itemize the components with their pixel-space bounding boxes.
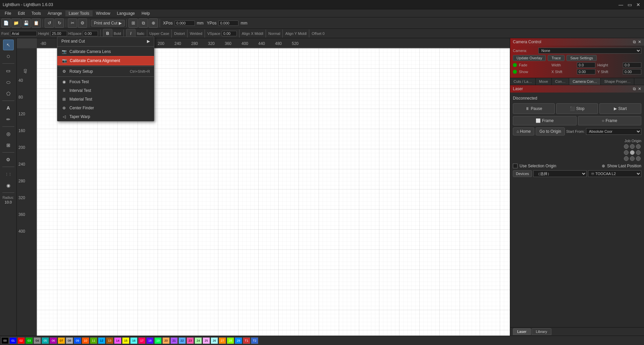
- align-button[interactable]: ⊞: [128, 18, 138, 28]
- select-tool[interactable]: ↖: [3, 40, 14, 50]
- laser-float-button[interactable]: ⧉: [633, 87, 636, 91]
- palette-color-07[interactable]: 07: [58, 337, 65, 344]
- palette-color-05[interactable]: 05: [42, 337, 49, 344]
- palette-color-21[interactable]: 21: [170, 337, 178, 344]
- palette-color-03[interactable]: 03: [25, 337, 33, 344]
- text-tool[interactable]: A: [3, 103, 14, 113]
- home-button[interactable]: ⌂ Home: [513, 127, 534, 135]
- palette-color-16[interactable]: 16: [130, 337, 138, 344]
- palette-color-17[interactable]: 17: [138, 337, 146, 344]
- bottom-tab-laser[interactable]: Laser: [513, 328, 531, 335]
- boolean-button[interactable]: ⊕: [149, 18, 158, 28]
- camera-close-button[interactable]: ✕: [638, 40, 641, 44]
- origin-dot-tr[interactable]: [636, 144, 641, 149]
- hspace-input[interactable]: [83, 31, 98, 36]
- menu-help[interactable]: Help: [138, 10, 153, 16]
- palette-color-14[interactable]: 14: [114, 337, 121, 344]
- height-input[interactable]: [50, 31, 67, 36]
- palette-color-12[interactable]: 12: [98, 337, 105, 344]
- focus-test-item[interactable]: ◉ Focus Test: [57, 77, 154, 86]
- palette-color-04[interactable]: 04: [34, 337, 41, 344]
- origin-dot-ml[interactable]: [624, 150, 629, 155]
- calibrate-camera-alignment-item[interactable]: 📷 Calibrate Camera Alignment: [57, 56, 154, 65]
- menu-laser-tools[interactable]: Laser Tools: [65, 10, 93, 16]
- palette-color-15[interactable]: 15: [122, 337, 129, 344]
- camera-select[interactable]: None: [538, 48, 641, 54]
- xpos-input[interactable]: [175, 20, 195, 26]
- interval-test-item[interactable]: ≡ Interval Test: [57, 86, 154, 95]
- palette-color-25[interactable]: 25: [203, 337, 210, 344]
- palette-color-22[interactable]: 22: [178, 337, 186, 344]
- minimize-button[interactable]: —: [618, 2, 624, 8]
- origin-dot-mr[interactable]: [636, 150, 641, 155]
- palette-color-06[interactable]: 06: [50, 337, 57, 344]
- cut-button[interactable]: ✂: [68, 18, 77, 28]
- tab-shape-proper[interactable]: Shape Proper…: [601, 78, 634, 85]
- tab-move[interactable]: Move: [536, 78, 552, 85]
- palette-color-11[interactable]: 11: [90, 337, 97, 344]
- device-select[interactable]: （选择）: [533, 170, 587, 177]
- origin-dot-br[interactable]: [636, 156, 641, 161]
- origin-dot-tc[interactable]: [630, 144, 635, 149]
- x-shift-input[interactable]: [577, 69, 595, 74]
- palette-color-29[interactable]: 29: [235, 337, 242, 344]
- bottom-tab-library[interactable]: Library: [532, 328, 552, 335]
- menu-arrange[interactable]: Arrange: [44, 10, 65, 16]
- tab-con[interactable]: Con…: [552, 78, 569, 85]
- origin-dot-bl[interactable]: [624, 156, 629, 161]
- rectangle-tool[interactable]: ▭: [3, 65, 14, 76]
- material-test-item[interactable]: ⊞ Material Test: [57, 95, 154, 104]
- font-input[interactable]: [10, 31, 37, 36]
- array-tool[interactable]: ⊞: [3, 140, 14, 151]
- menu-window[interactable]: Window: [93, 10, 114, 16]
- save-as-button[interactable]: 📋: [32, 18, 41, 28]
- palette-color-18[interactable]: 18: [146, 337, 154, 344]
- menu-tools[interactable]: Tools: [28, 10, 44, 16]
- redo-button[interactable]: ↻: [55, 18, 64, 28]
- palette-color-01[interactable]: 01: [9, 337, 17, 344]
- new-button[interactable]: 📄: [1, 18, 11, 28]
- origin-dot-bc[interactable]: [630, 156, 635, 161]
- trace-button[interactable]: Trace: [548, 55, 565, 61]
- origin-dot-mc[interactable]: [630, 150, 635, 155]
- palette-color-26[interactable]: 26: [211, 337, 218, 344]
- donut-tool[interactable]: ◉: [3, 180, 14, 191]
- pause-button[interactable]: ⏸ Pause: [513, 103, 555, 114]
- origin-dot-tl[interactable]: [624, 144, 629, 149]
- taper-warp-item[interactable]: ◁ Taper Warp: [57, 112, 154, 121]
- palette-color-00[interactable]: 00: [1, 337, 9, 344]
- maximize-button[interactable]: ▭: [627, 2, 633, 8]
- palette-color-09[interactable]: 09: [74, 337, 81, 344]
- device-name-select[interactable]: ♾ TOOCAA L2: [588, 170, 641, 177]
- palette-color-10[interactable]: 10: [82, 337, 89, 344]
- node-edit-tool[interactable]: ⬡: [3, 51, 14, 62]
- menu-language[interactable]: Language: [114, 10, 138, 16]
- grid-array-tool[interactable]: ⋮⋮: [3, 169, 14, 179]
- calibrate-camera-lens-item[interactable]: 📷 Calibrate Camera Lens: [57, 47, 154, 56]
- tab-cuts[interactable]: Cuts / La…: [510, 78, 536, 85]
- camera-float-button[interactable]: ⧉: [633, 40, 636, 44]
- circle-tool[interactable]: ◎: [3, 128, 14, 139]
- palette-color-24[interactable]: 24: [195, 337, 202, 344]
- y-shift-input[interactable]: [623, 69, 641, 74]
- palette-color-20[interactable]: 20: [162, 337, 170, 344]
- laser-close-button[interactable]: ✕: [638, 87, 641, 91]
- tab-camera-con[interactable]: Camera Con…: [569, 78, 601, 85]
- palette-color-27[interactable]: 27: [219, 337, 226, 344]
- pen-tool[interactable]: ✏: [3, 114, 14, 125]
- print-and-cut-button[interactable]: Print and Cut ▶: [91, 20, 125, 26]
- ellipse-tool[interactable]: ⬭: [3, 77, 14, 88]
- devices-button[interactable]: Devices: [513, 170, 532, 177]
- gear-tool[interactable]: ⚙: [3, 154, 14, 165]
- use-selection-origin-checkbox[interactable]: [513, 164, 518, 168]
- palette-color-08[interactable]: 08: [66, 337, 73, 344]
- close-button[interactable]: ✕: [635, 2, 641, 8]
- settings-button[interactable]: ⚙: [78, 18, 87, 28]
- height-input[interactable]: [623, 62, 641, 68]
- print-cut-menu-item[interactable]: Print and Cut ▶: [57, 37, 154, 46]
- ypos-input[interactable]: [218, 20, 238, 26]
- menu-edit[interactable]: Edit: [14, 10, 28, 16]
- polygon-tool[interactable]: ⬠: [3, 88, 14, 99]
- save-button[interactable]: 💾: [21, 18, 31, 28]
- rotary-setup-item[interactable]: ⚙ Rotary Setup Ctrl+Shift+R: [57, 67, 154, 76]
